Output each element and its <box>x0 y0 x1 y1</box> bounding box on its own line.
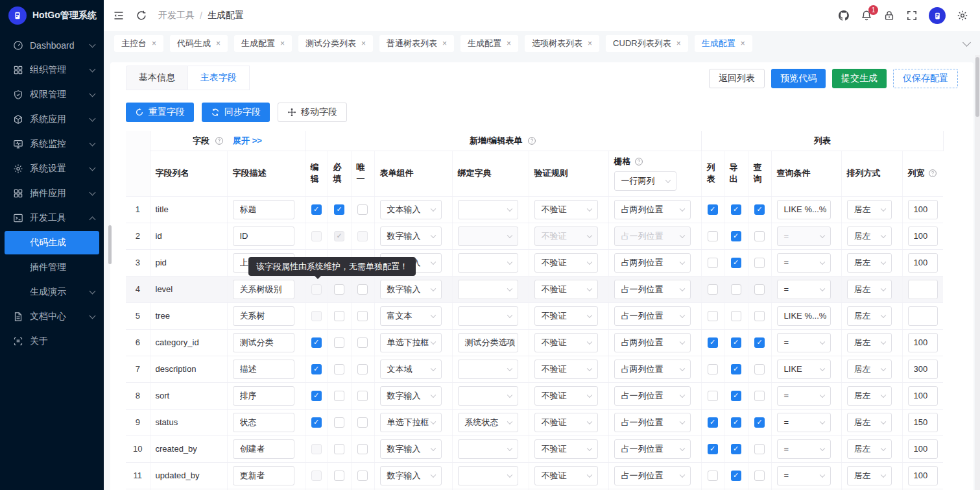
export-checkbox[interactable]: ✓ <box>731 231 741 241</box>
unique-checkbox[interactable] <box>357 311 368 321</box>
dict-select[interactable] <box>458 306 518 326</box>
validate-select[interactable]: 不验证 <box>534 360 598 379</box>
query-cond-select[interactable]: = <box>777 333 831 352</box>
dict-select[interactable] <box>458 360 518 379</box>
query-checkbox[interactable] <box>754 284 765 295</box>
validate-select[interactable]: 不验证 <box>534 227 598 246</box>
query-checkbox[interactable] <box>754 258 765 268</box>
unique-checkbox[interactable] <box>357 204 368 215</box>
tab-close-icon[interactable]: × <box>152 40 156 47</box>
tab-close-icon[interactable]: × <box>507 40 511 47</box>
required-checkbox[interactable]: ✓ <box>334 204 344 215</box>
tab-chip-8[interactable]: 生成配置× <box>695 35 752 52</box>
menu-collapse-icon[interactable] <box>113 10 125 21</box>
validate-select[interactable]: 不验证 <box>534 200 598 219</box>
align-select[interactable]: 居左 <box>847 227 892 246</box>
settings-gear-icon[interactable] <box>957 10 968 21</box>
sidebar-item-4[interactable]: 系统监控 <box>0 132 104 156</box>
unique-checkbox[interactable] <box>357 391 368 401</box>
validate-select[interactable]: 不验证 <box>534 280 598 299</box>
field-desc-input[interactable] <box>233 200 294 219</box>
list-checkbox[interactable]: ✓ <box>708 204 718 215</box>
edit-checkbox[interactable]: ✓ <box>311 417 322 428</box>
tab-chip-4[interactable]: 普通树表列表× <box>379 35 454 52</box>
align-select[interactable]: 居左 <box>847 360 892 379</box>
tab-chip-2[interactable]: 生成配置× <box>234 35 292 52</box>
edit-checkbox[interactable]: ✓ <box>311 364 322 374</box>
fullscreen-icon[interactable] <box>906 10 918 21</box>
query-checkbox[interactable] <box>754 444 765 454</box>
validate-select[interactable]: 不验证 <box>534 439 598 459</box>
breadcrumb-parent[interactable]: 开发工具 <box>158 10 195 21</box>
dict-select[interactable] <box>458 227 518 246</box>
width-input[interactable] <box>908 227 938 246</box>
sidebar-item-2[interactable]: 权限管理 <box>0 82 104 107</box>
grid-select[interactable]: 占一列位置 <box>614 386 691 406</box>
unique-checkbox[interactable] <box>357 337 368 348</box>
required-checkbox[interactable] <box>334 444 344 454</box>
field-desc-input[interactable] <box>233 386 294 406</box>
required-checkbox[interactable] <box>334 417 344 428</box>
validate-select[interactable]: 不验证 <box>534 466 598 485</box>
tab-chip-6[interactable]: 选项树表列表× <box>525 35 599 52</box>
edit-checkbox[interactable]: ✓ <box>311 204 322 215</box>
export-checkbox[interactable]: ✓ <box>731 417 741 428</box>
query-cond-select[interactable]: = <box>777 253 831 273</box>
validate-select[interactable]: 不验证 <box>534 413 598 432</box>
list-checkbox[interactable] <box>708 284 718 295</box>
back-to-list-button[interactable]: 返回列表 <box>709 69 765 88</box>
lock-icon[interactable] <box>883 10 895 21</box>
validate-select[interactable]: 不验证 <box>534 333 598 352</box>
list-checkbox[interactable] <box>708 471 718 481</box>
query-cond-select[interactable]: LIKE %...% <box>777 200 831 219</box>
content-tab-0[interactable]: 基本信息 <box>126 66 188 90</box>
grid-select[interactable]: 占一列位置 <box>614 466 691 485</box>
query-cond-select[interactable]: = <box>777 466 831 485</box>
dict-select[interactable] <box>458 466 518 485</box>
submit-generate-button[interactable]: 提交生成 <box>832 69 887 88</box>
dict-select[interactable] <box>458 386 518 406</box>
field-desc-input[interactable] <box>233 466 294 485</box>
query-checkbox[interactable]: ✓ <box>754 417 765 428</box>
field-help-icon[interactable] <box>215 136 224 145</box>
reset-fields-button[interactable]: 重置字段 <box>126 103 194 122</box>
grid-select[interactable]: 占一列位置 <box>614 306 691 326</box>
export-checkbox[interactable]: ✓ <box>731 471 741 481</box>
component-select[interactable]: 数字输入 <box>380 386 442 406</box>
edit-checkbox[interactable]: ✓ <box>311 337 322 348</box>
list-checkbox[interactable] <box>708 391 718 401</box>
component-select[interactable]: 单选下拉框 <box>380 333 442 352</box>
align-select[interactable]: 居左 <box>847 306 892 326</box>
query-cond-select[interactable]: LIKE <box>777 360 831 379</box>
edit-checkbox[interactable] <box>311 284 322 295</box>
query-cond-select[interactable]: = <box>777 439 831 459</box>
page-scrollbar[interactable] <box>975 55 980 490</box>
export-checkbox[interactable]: ✓ <box>731 444 741 454</box>
tab-chip-1[interactable]: 代码生成× <box>170 35 228 52</box>
unique-checkbox[interactable] <box>357 284 368 295</box>
list-checkbox[interactable] <box>708 364 718 374</box>
query-cond-select[interactable]: = <box>777 386 831 406</box>
tab-chip-3[interactable]: 测试分类列表× <box>298 35 373 52</box>
export-checkbox[interactable]: ✓ <box>731 258 741 268</box>
grid-select[interactable]: 占两列位置 <box>614 333 691 352</box>
edit-checkbox[interactable] <box>311 471 322 481</box>
save-config-only-button[interactable]: 仅保存配置 <box>893 69 958 88</box>
sidebar-item-11[interactable]: 文档中心 <box>0 304 104 329</box>
unique-checkbox[interactable] <box>357 231 368 241</box>
grid-default-select[interactable]: 一行两列 <box>614 171 676 191</box>
width-input[interactable] <box>908 333 938 352</box>
dict-select[interactable] <box>458 439 518 459</box>
grid-select[interactable]: 占一列位置 <box>614 413 691 432</box>
sidebar-item-10[interactable]: 生成演示 <box>0 280 104 304</box>
dict-select[interactable] <box>458 253 518 273</box>
unique-checkbox[interactable] <box>357 364 368 374</box>
tabbar-chevron-down-icon[interactable] <box>962 38 971 47</box>
list-checkbox[interactable]: ✓ <box>708 444 718 454</box>
field-desc-input[interactable] <box>233 439 294 459</box>
tab-close-icon[interactable]: × <box>361 40 366 47</box>
component-select[interactable]: 数字输入 <box>380 227 442 246</box>
field-desc-input[interactable] <box>233 306 294 326</box>
field-desc-input[interactable] <box>233 360 294 379</box>
width-input[interactable] <box>908 466 938 485</box>
